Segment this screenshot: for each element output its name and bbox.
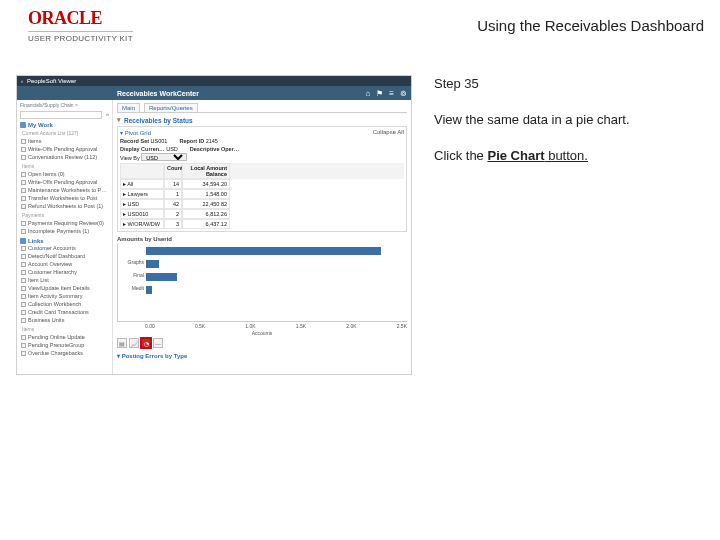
workcenter-title: Receivables WorkCenter	[117, 90, 199, 97]
chart-bar	[146, 260, 159, 268]
chart-xtick: 1.5K	[296, 323, 306, 329]
sidebar-link-item[interactable]: View/Update Item Details	[20, 284, 109, 292]
table-cell: ▸ Lawyers	[120, 189, 164, 199]
sidebar-subhead-items: Items	[22, 326, 109, 332]
sidebar-search-input[interactable]	[20, 111, 102, 119]
table-cell: ▸ USD010	[120, 209, 164, 219]
sidebar-link-item[interactable]: Pending PrenoteGroup	[20, 341, 109, 349]
chart-bar-row	[146, 257, 407, 270]
pivot-record-set-label: Record Set	[120, 138, 149, 144]
pivot-viewby-select[interactable]: USD	[141, 153, 187, 161]
pivot-grid-label: Pivot Grid	[125, 130, 151, 136]
sidebar-group-label: Payments	[22, 212, 109, 218]
sidebar-link-item[interactable]: Item List	[20, 276, 109, 284]
step-instructions: Step 35 View the same data in a pie char…	[434, 75, 704, 375]
back-icon[interactable]: ‹	[21, 78, 23, 84]
sidebar-link-item[interactable]: Pending Online Update	[20, 333, 109, 341]
chart-bar-row	[146, 244, 407, 257]
sidebar-link-item[interactable]: Customer Accounts	[20, 244, 109, 252]
pivot-record-set-val: US001	[151, 138, 168, 144]
sidebar-item[interactable]: Transfer Worksheets to Post	[20, 194, 109, 202]
menu-icon[interactable]: ≡	[389, 89, 394, 98]
app-viewer-bar: ‹ PeopleSoft Viewer	[17, 76, 411, 86]
table-row[interactable]: ▸ USD01026,812.26	[120, 209, 404, 219]
table-row[interactable]: ▸ All1434,594.20	[120, 179, 404, 189]
chart-panel: Amounts by Userid GraphsFinalMedit 0.000…	[117, 236, 407, 359]
pivot-panel-label: Receivables by Status	[124, 117, 193, 124]
line-chart-button[interactable]: 📈	[129, 338, 139, 348]
posting-errors-header[interactable]: ▾ Posting Errors by Type	[117, 352, 407, 359]
table-cell: 42	[164, 199, 182, 209]
sidebar-mywork-header[interactable]: My Work	[20, 122, 109, 128]
options-button[interactable]: ⋯	[153, 338, 163, 348]
table-cell: 1	[164, 189, 182, 199]
sidebar-item[interactable]: Items	[20, 137, 109, 145]
chart-bar-label: Medit	[118, 285, 144, 291]
sidebar-item[interactable]: Incomplete Payments (1)	[20, 227, 109, 235]
breadcrumb-text: Financials/Supply Chain >	[20, 102, 78, 108]
sidebar-item[interactable]: Maintenance Worksheets to Po…	[20, 186, 109, 194]
sidebar-link-item[interactable]: Business Units	[20, 316, 109, 324]
page-header: ORACLE USER PRODUCTIVITY KIT Using the R…	[0, 0, 720, 47]
page-title: Using the Receivables Dashboard	[477, 17, 704, 34]
main-area: Main Reports/Queries ▾ Receivables by St…	[113, 100, 411, 374]
step-instruction-1: View the same data in a pie chart.	[434, 111, 704, 129]
grid-col2: Local Amount Balance	[182, 163, 230, 179]
chart-bar	[146, 273, 177, 281]
chart-title: Amounts by Userid	[117, 236, 407, 242]
table-cell: 3	[164, 219, 182, 229]
upk-subtitle: USER PRODUCTIVITY KIT	[28, 31, 133, 43]
chart-bar	[146, 247, 381, 255]
sidebar-item[interactable]: Conversations Review (112)	[20, 153, 109, 161]
gear-icon[interactable]: ⊚	[400, 89, 407, 98]
posting-errors-label: Posting Errors by Type	[122, 353, 188, 359]
step-inst2-pre: Click the	[434, 148, 487, 163]
pie-chart-button[interactable]: ◔	[141, 338, 151, 348]
sidebar-item[interactable]: Payments Requiring Review(0)	[20, 219, 109, 227]
table-cell: 6,437.12	[182, 219, 230, 229]
folder-icon	[20, 122, 26, 128]
pivot-display-curr-val: USD	[166, 146, 178, 152]
sidebar: Financials/Supply Chain > My Work Curren…	[17, 100, 113, 374]
flag-icon[interactable]: ⚑	[376, 89, 383, 98]
sidebar-item[interactable]: Refund Worksheets to Post (1)	[20, 202, 109, 210]
table-row[interactable]: ▸ W/OR/W/DW36,437.12	[120, 219, 404, 229]
table-cell: ▸ W/OR/W/DW	[120, 219, 164, 229]
sidebar-mywork-label: My Work	[28, 122, 53, 128]
table-row[interactable]: ▸ USD4222,450.82	[120, 199, 404, 209]
bar-chart-button[interactable]: ▤	[117, 338, 127, 348]
sidebar-group-label: Current Actions List (127)	[22, 130, 109, 136]
sidebar-link-item[interactable]: Customer Hierarchy	[20, 268, 109, 276]
table-row[interactable]: ▸ Lawyers11,548.00	[120, 189, 404, 199]
pivot-report-id-label: Report ID	[179, 138, 204, 144]
pivot-grid: Count Local Amount Balance ▸ All1434,594…	[120, 163, 404, 229]
sidebar-item[interactable]: Write-Offs Pending Approval	[20, 145, 109, 153]
table-cell: ▸ USD	[120, 199, 164, 209]
table-cell: 6,812.26	[182, 209, 230, 219]
sidebar-link-item[interactable]: Item Activity Summary	[20, 292, 109, 300]
app-frame: ‹ PeopleSoft Viewer Receivables WorkCent…	[16, 75, 412, 375]
collapse-icon[interactable]: ▾	[117, 116, 121, 124]
tab-main[interactable]: Main	[117, 103, 140, 112]
table-cell: 22,450.82	[182, 199, 230, 209]
home-icon[interactable]: ⌂	[365, 89, 370, 98]
collapse-all-link[interactable]: Collapse All	[373, 129, 404, 136]
sidebar-item[interactable]: Open Items (0)	[20, 170, 109, 178]
table-cell: 14	[164, 179, 182, 189]
chart-xtick: 2.0K	[346, 323, 356, 329]
chart-xtick: 1.0K	[245, 323, 255, 329]
sidebar-item[interactable]: Write-Offs Pending Approval	[20, 178, 109, 186]
oracle-logo: ORACLE USER PRODUCTIVITY KIT	[28, 8, 133, 43]
sidebar-link-item[interactable]: Detect/Notif Dashboard	[20, 252, 109, 260]
step-inst2-button-name: Pie Chart	[487, 148, 544, 163]
chart-xtick: 0.5K	[195, 323, 205, 329]
sidebar-link-item[interactable]: Collection Workbench	[20, 300, 109, 308]
tab-reports[interactable]: Reports/Queries	[144, 103, 198, 112]
sidebar-link-item[interactable]: Overdue Chargebacks	[20, 349, 109, 357]
pivot-viewby-label: View By	[120, 155, 140, 161]
viewer-title: PeopleSoft Viewer	[27, 78, 76, 84]
table-cell: 34,594.20	[182, 179, 230, 189]
chart-xaxis: 0.000.5K1.0K1.5K2.0K2.5K	[117, 323, 407, 329]
sidebar-link-item[interactable]: Account Overview	[20, 260, 109, 268]
sidebar-link-item[interactable]: Credit Card Transactions	[20, 308, 109, 316]
